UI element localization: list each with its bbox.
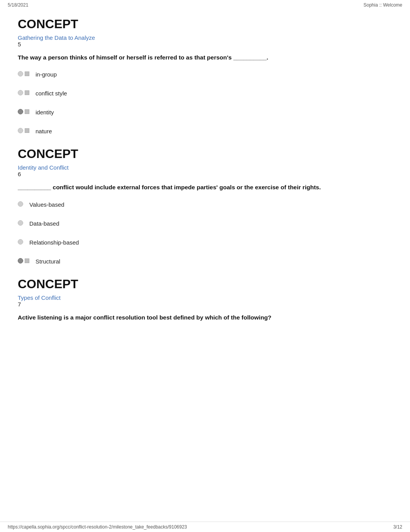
radio-option-2b[interactable] xyxy=(18,220,23,226)
option-label: nature xyxy=(36,127,52,135)
radio-circle xyxy=(18,201,23,207)
section-number-1: 5 xyxy=(18,41,392,48)
radio-square xyxy=(25,71,29,76)
radio-option-1b[interactable] xyxy=(18,90,29,95)
concept-title-1: CONCEPT xyxy=(18,17,392,31)
list-item: Data-based xyxy=(18,219,392,228)
question-1: The way a person thinks of himself or he… xyxy=(18,53,392,62)
site-title: Sophia :: Welcome xyxy=(364,2,403,8)
radio-circle xyxy=(18,220,23,226)
question-2: __________ conflict would include extern… xyxy=(18,183,392,192)
option-label: Relationship-based xyxy=(29,238,79,246)
list-item: nature xyxy=(18,127,392,135)
radio-option-2c[interactable] xyxy=(18,239,23,245)
section-3: CONCEPT Types of Conflict 7 Active liste… xyxy=(18,277,392,322)
radio-circle xyxy=(18,258,23,263)
option-label: identity xyxy=(36,108,54,116)
options-list-1: in-group conflict style identity xyxy=(18,70,392,135)
list-item: identity xyxy=(18,108,392,116)
list-item: Relationship-based xyxy=(18,238,392,246)
concept-title-2: CONCEPT xyxy=(18,147,392,161)
radio-circle xyxy=(18,109,23,114)
option-label: Data-based xyxy=(29,219,59,228)
option-label: Structural xyxy=(36,257,60,265)
list-item: Values-based xyxy=(18,201,392,209)
radio-option-1c[interactable] xyxy=(18,109,29,114)
concept-title-3: CONCEPT xyxy=(18,277,392,291)
concept-link-3[interactable]: Types of Conflict xyxy=(18,294,61,301)
option-label: conflict style xyxy=(36,89,67,97)
radio-circle xyxy=(18,128,23,133)
section-number-3: 7 xyxy=(18,301,392,308)
list-item: in-group xyxy=(18,70,392,78)
radio-square xyxy=(25,258,29,263)
radio-circle xyxy=(18,90,23,95)
date-label: 5/18/2021 xyxy=(8,2,28,8)
radio-square xyxy=(25,128,29,133)
concept-link-2[interactable]: Identity and Conflict xyxy=(18,164,69,171)
option-label: in-group xyxy=(36,70,57,78)
radio-option-1d[interactable] xyxy=(18,128,29,133)
concept-link-1[interactable]: Gathering the Data to Analyze xyxy=(18,34,95,41)
option-label: Values-based xyxy=(29,201,64,209)
page-content: CONCEPT Gathering the Data to Analyze 5 … xyxy=(0,9,410,346)
top-bar: 5/18/2021 Sophia :: Welcome xyxy=(0,0,410,9)
list-item: conflict style xyxy=(18,89,392,97)
options-list-2: Values-based Data-based Relationship-bas… xyxy=(18,201,392,265)
radio-circle xyxy=(18,71,23,76)
section-number-2: 6 xyxy=(18,171,392,177)
section-2: CONCEPT Identity and Conflict 6 ________… xyxy=(18,147,392,265)
section-1: CONCEPT Gathering the Data to Analyze 5 … xyxy=(18,17,392,135)
radio-option-1a[interactable] xyxy=(18,71,29,76)
radio-option-2a[interactable] xyxy=(18,201,23,207)
radio-option-2d[interactable] xyxy=(18,258,29,263)
question-3: Active listening is a major conflict res… xyxy=(18,313,392,322)
radio-square xyxy=(25,109,29,114)
radio-circle xyxy=(18,239,23,245)
radio-square xyxy=(25,90,29,95)
list-item: Structural xyxy=(18,257,392,265)
